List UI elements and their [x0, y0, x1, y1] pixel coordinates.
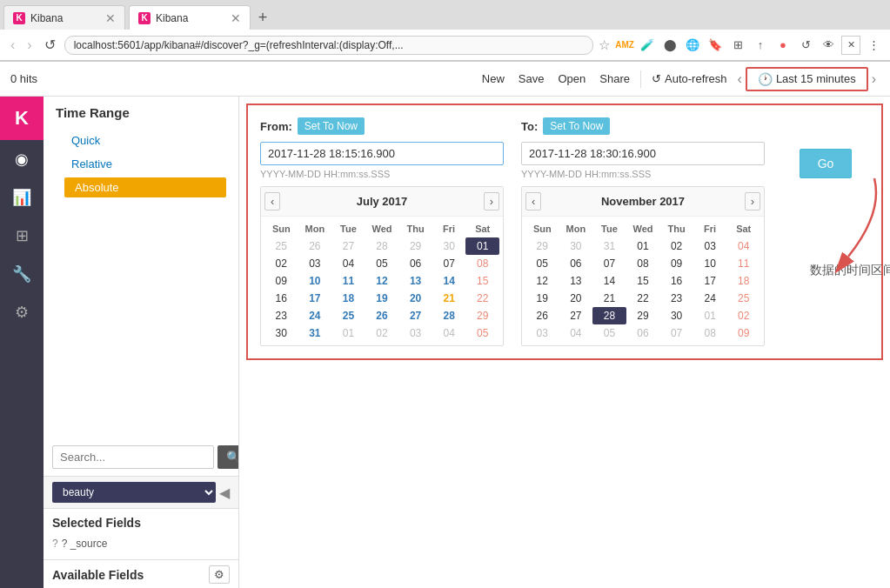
from-set-to-now-button[interactable]: Set To Now — [298, 117, 365, 135]
cal-day[interactable]: 01 — [331, 324, 365, 342]
tab-quick[interactable]: Quick — [64, 130, 226, 150]
cal-day[interactable]: 24 — [298, 307, 332, 324]
source-field-item[interactable]: ? ? _source — [52, 535, 230, 552]
cal-day[interactable]: 04 — [726, 237, 760, 255]
bookmark2-icon[interactable]: 🔖 — [706, 36, 725, 55]
to-cal-next-button[interactable]: › — [745, 192, 760, 210]
cal-day[interactable]: 07 — [592, 255, 626, 272]
cal-day[interactable]: 21 — [592, 290, 626, 307]
cal-day[interactable]: 29 — [465, 307, 499, 324]
cal-day[interactable]: 04 — [432, 324, 466, 342]
flask-icon[interactable]: 🧪 — [638, 36, 657, 55]
cal-day[interactable]: 31 — [298, 324, 332, 342]
cal-day[interactable]: 09 — [659, 255, 693, 272]
cal-day[interactable]: 24 — [693, 290, 727, 307]
cal-day[interactable]: 23 — [264, 307, 298, 324]
cal-day[interactable]: 25 — [331, 307, 365, 324]
cal-day[interactable]: 29 — [525, 237, 559, 255]
collapse-sidebar-button[interactable]: ◀ — [219, 484, 230, 501]
cal-day[interactable]: 10 — [693, 255, 727, 272]
cal-day[interactable]: 30 — [659, 307, 693, 324]
cal-day[interactable]: 05 — [465, 324, 499, 342]
cal-day[interactable]: 03 — [398, 324, 432, 342]
cal-day[interactable]: 13 — [398, 272, 432, 290]
tab-2-close[interactable]: ✕ — [225, 11, 241, 25]
save-button[interactable]: Save — [512, 69, 552, 89]
cal-day[interactable]: 05 — [365, 255, 399, 272]
cal-day[interactable]: 02 — [659, 237, 693, 255]
cal-day[interactable]: 27 — [398, 307, 432, 324]
cal-day[interactable]: 30 — [264, 324, 298, 342]
cal-day[interactable]: 12 — [365, 272, 399, 290]
tab-relative[interactable]: Relative — [64, 154, 226, 174]
cal-day[interactable]: 14 — [432, 272, 466, 290]
auto-refresh-button[interactable]: ↺ Auto-refresh — [645, 69, 734, 89]
back-button[interactable]: ‹ — [7, 36, 18, 55]
cal-day[interactable]: 14 — [592, 272, 626, 290]
app-logo[interactable]: K — [0, 97, 43, 140]
arrow-icon[interactable]: ↑ — [751, 36, 770, 55]
cal-day[interactable]: 05 — [525, 255, 559, 272]
cal-day[interactable]: 06 — [626, 324, 660, 342]
cal-day[interactable]: 31 — [592, 237, 626, 255]
from-cal-next-button[interactable]: › — [484, 192, 499, 210]
cal-day[interactable]: 28 — [365, 237, 399, 255]
cal-day[interactable]: 27 — [559, 307, 593, 324]
cal-day[interactable]: 15 — [465, 272, 499, 290]
next-time-button[interactable]: › — [868, 68, 880, 90]
cal-day[interactable]: 26 — [525, 307, 559, 324]
cal-day[interactable]: 18 — [726, 272, 760, 290]
cal-day[interactable]: 23 — [659, 290, 693, 307]
new-tab-button[interactable]: + — [251, 5, 275, 30]
cal-day[interactable]: 16 — [264, 290, 298, 307]
globe-icon[interactable]: 🌐 — [683, 36, 702, 55]
cal-day[interactable]: 28 — [432, 307, 466, 324]
cal-day[interactable]: 03 — [298, 255, 332, 272]
cal-day[interactable]: 15 — [626, 272, 660, 290]
cal-day[interactable]: 13 — [559, 272, 593, 290]
cal-day[interactable]: 01 — [693, 307, 727, 324]
bookmark-icon[interactable]: ☆ — [599, 37, 610, 53]
cal-day[interactable]: 11 — [331, 272, 365, 290]
cal-day[interactable]: 19 — [365, 290, 399, 307]
from-cal-prev-button[interactable]: ‹ — [264, 192, 280, 210]
cal-day[interactable]: 17 — [693, 272, 727, 290]
orange-icon[interactable]: ● — [773, 36, 793, 55]
cal-day[interactable]: 02 — [264, 255, 298, 272]
cal-day[interactable]: 06 — [559, 255, 593, 272]
cal-day[interactable]: 16 — [659, 272, 693, 290]
cal-day[interactable]: 25 — [726, 290, 760, 307]
forward-button[interactable]: › — [23, 36, 35, 55]
index-dropdown[interactable]: beauty — [52, 482, 216, 503]
cal-day[interactable]: 07 — [659, 324, 693, 342]
reload-button[interactable]: ↺ — [41, 35, 59, 55]
tab-2[interactable]: K Kibana ✕ — [129, 5, 251, 30]
address-input[interactable] — [64, 36, 593, 55]
search-input[interactable] — [52, 445, 214, 469]
cal-day[interactable]: 21 — [432, 290, 466, 307]
prev-time-button[interactable]: ‹ — [734, 68, 746, 90]
refresh-icon[interactable]: ↺ — [796, 36, 815, 55]
sidebar-item-settings[interactable]: ⚙ — [0, 293, 43, 331]
cal-day[interactable]: 28 — [592, 307, 626, 324]
sidebar-item-visualize[interactable]: 📊 — [0, 178, 43, 217]
tab-1-close[interactable]: ✕ — [100, 11, 116, 25]
menu-icon[interactable]: ⋮ — [864, 36, 883, 55]
cal-day[interactable]: 30 — [559, 237, 593, 255]
cal-day[interactable]: 26 — [298, 237, 332, 255]
cal-day[interactable]: 08 — [465, 255, 499, 272]
to-cal-prev-button[interactable]: ‹ — [525, 192, 541, 210]
cal-day[interactable]: 02 — [365, 324, 399, 342]
from-date-input[interactable] — [260, 142, 504, 165]
tab-1[interactable]: K Kibana ✕ — [3, 5, 125, 30]
cal-day[interactable]: 08 — [693, 324, 727, 342]
circle-icon[interactable]: ⬤ — [660, 36, 679, 55]
cal-day[interactable]: 25 — [264, 237, 298, 255]
cal-day[interactable]: 11 — [726, 255, 760, 272]
cal-day[interactable]: 19 — [525, 290, 559, 307]
open-button[interactable]: Open — [552, 69, 593, 89]
cal-day[interactable]: 30 — [432, 237, 466, 255]
square-icon[interactable]: ⊞ — [728, 36, 747, 55]
cal-day[interactable]: 03 — [693, 237, 727, 255]
sidebar-item-dashboard[interactable]: ⊞ — [0, 217, 43, 255]
